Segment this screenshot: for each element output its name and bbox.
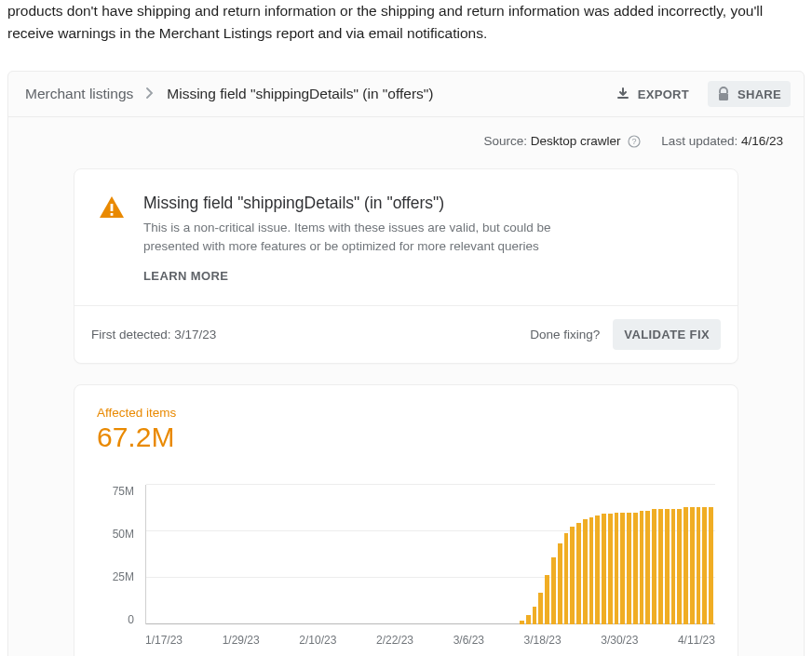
x-tick: 4/11/23 (678, 634, 715, 647)
download-icon (616, 87, 630, 101)
chart-plot (145, 485, 715, 624)
chart-bar[interactable] (526, 615, 531, 623)
header-actions: EXPORT SHARE (606, 81, 791, 107)
x-tick: 1/29/23 (223, 634, 260, 647)
x-axis: 1/17/231/29/232/10/232/22/233/6/233/18/2… (145, 624, 715, 647)
chart-bar[interactable] (576, 523, 581, 624)
chart-bar[interactable] (652, 509, 656, 624)
chart-card: Affected items 67.2M 75M50M25M0 1/17/231… (74, 384, 738, 656)
chart-bar[interactable] (564, 533, 569, 624)
chart-bar[interactable] (702, 507, 707, 624)
chart-bar[interactable] (677, 509, 682, 624)
chart-metric-label: Affected items (97, 406, 715, 420)
lock-icon (717, 87, 730, 101)
y-tick: 0 (97, 613, 134, 626)
chart-bar[interactable] (633, 513, 638, 624)
chart-bar[interactable] (602, 514, 606, 623)
chart-bar[interactable] (583, 519, 588, 624)
done-fixing-text: Done fixing? (530, 328, 600, 341)
warning-icon (99, 195, 125, 288)
issue-card: Missing field "shippingDetails" (in "off… (74, 168, 738, 363)
meta-row: Source: Desktop crawler ? Last updated: … (8, 117, 804, 148)
chart-metric-value: 67.2M (97, 422, 715, 453)
issue-title: Missing field "shippingDetails" (in "off… (143, 194, 572, 213)
svg-text:?: ? (632, 137, 637, 146)
chart-bar[interactable] (589, 517, 594, 623)
report-panel: Merchant listings Missing field "shippin… (7, 71, 805, 656)
x-tick: 3/18/23 (524, 634, 562, 647)
chart-bar[interactable] (658, 509, 663, 624)
first-detected-label: First detected: (91, 328, 171, 341)
learn-more-link[interactable]: LEARN MORE (143, 269, 228, 283)
chart-bar[interactable] (533, 607, 537, 624)
chart-bar[interactable] (615, 513, 619, 624)
y-tick: 25M (97, 570, 134, 583)
share-button[interactable]: SHARE (708, 81, 791, 107)
chart-bar[interactable] (620, 513, 625, 624)
intro-text: products don't have shipping and return … (0, 0, 812, 52)
chart-bar[interactable] (645, 511, 650, 624)
updated-meta: Last updated: 4/16/23 (661, 134, 783, 148)
chart-bar[interactable] (709, 507, 713, 624)
validate-fix-button[interactable]: VALIDATE FIX (613, 319, 721, 350)
chart-bar[interactable] (538, 593, 543, 624)
chart-bars (146, 485, 715, 624)
svg-rect-4 (111, 213, 114, 216)
chart-bar[interactable] (558, 543, 562, 623)
source-meta: Source: Desktop crawler ? (484, 134, 642, 148)
chart-bar[interactable] (683, 507, 688, 624)
svg-rect-3 (111, 204, 114, 211)
updated-label: Last updated: (661, 134, 738, 148)
chart-bar[interactable] (551, 557, 556, 623)
share-label: SHARE (738, 87, 781, 101)
y-tick: 50M (97, 528, 134, 541)
help-circle-icon[interactable]: ? (628, 135, 641, 148)
svg-rect-0 (719, 93, 728, 100)
issue-description: This is a non-critical issue. Items with… (143, 219, 572, 255)
chart-bar[interactable] (665, 509, 670, 624)
source-value: Desktop crawler (531, 134, 621, 148)
chart-bar[interactable] (595, 515, 600, 623)
chart-bar[interactable] (640, 511, 644, 624)
chart-bar[interactable] (671, 509, 676, 624)
breadcrumb-root[interactable]: Merchant listings (25, 86, 133, 102)
y-axis: 75M50M25M0 (97, 485, 142, 626)
breadcrumb-current: Missing field "shippingDetails" (in "off… (167, 86, 433, 102)
x-tick: 3/30/23 (601, 634, 638, 647)
x-tick: 2/22/23 (376, 634, 413, 647)
y-tick: 75M (97, 485, 134, 498)
chart-bar[interactable] (627, 513, 631, 624)
x-tick: 2/10/23 (299, 634, 336, 647)
first-detected: First detected: 3/17/23 (91, 328, 216, 341)
x-tick: 1/17/23 (145, 634, 183, 647)
chevron-right-icon (146, 87, 154, 101)
chart-bar[interactable] (608, 514, 613, 623)
chart-bar[interactable] (570, 527, 575, 624)
chart-bar[interactable] (690, 507, 695, 624)
x-tick: 3/6/23 (453, 634, 484, 647)
chart-bar[interactable] (545, 575, 549, 624)
chart: 75M50M25M0 1/17/231/29/232/10/232/22/233… (97, 485, 715, 647)
source-label: Source: (484, 134, 528, 148)
export-label: EXPORT (638, 87, 689, 101)
chart-bar[interactable] (697, 507, 701, 624)
first-detected-value: 3/17/23 (174, 328, 216, 341)
updated-value: 4/16/23 (741, 134, 783, 148)
breadcrumb: Merchant listings Missing field "shippin… (25, 86, 434, 102)
chart-bar[interactable] (520, 621, 524, 624)
panel-header: Merchant listings Missing field "shippin… (8, 72, 804, 117)
export-button[interactable]: EXPORT (606, 81, 698, 107)
